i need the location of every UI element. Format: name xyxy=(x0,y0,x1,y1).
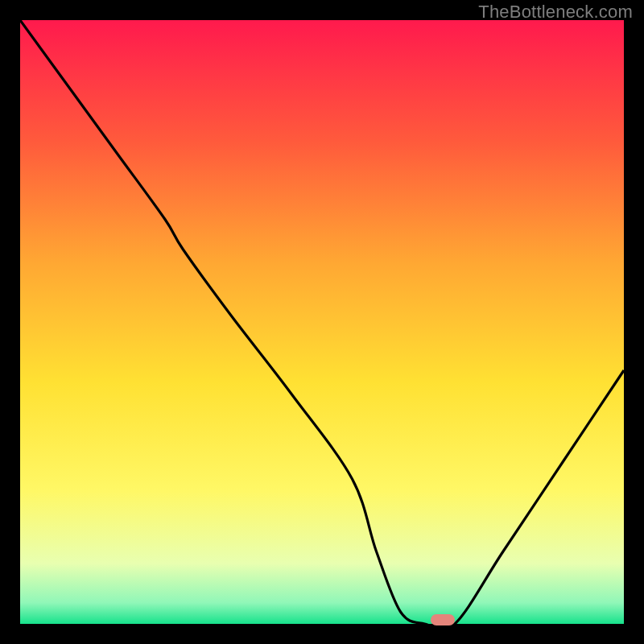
optimal-marker xyxy=(431,614,455,625)
plot-area xyxy=(20,20,624,624)
chart-frame: TheBottleneck.com xyxy=(0,0,644,644)
bottleneck-curve xyxy=(20,20,624,624)
